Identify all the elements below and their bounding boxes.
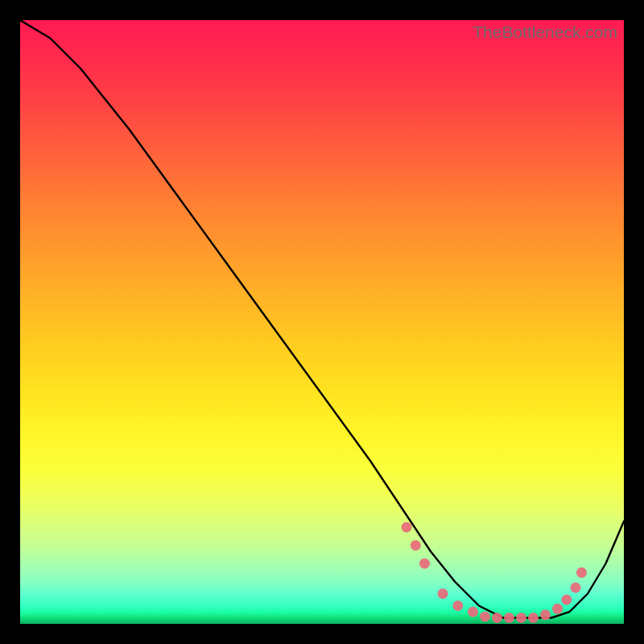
data-point — [452, 601, 463, 611]
watermark-text: TheBottleneck.com — [473, 23, 617, 42]
data-point — [576, 568, 587, 578]
data-point — [561, 595, 572, 605]
data-point — [528, 613, 539, 623]
data-point-markers — [402, 522, 588, 624]
plot-area: TheBottleneck.com — [20, 20, 624, 624]
data-point — [504, 613, 514, 623]
data-point — [571, 583, 581, 593]
data-point — [419, 559, 430, 569]
data-point — [552, 604, 563, 614]
data-point — [480, 612, 490, 622]
data-point — [468, 607, 478, 617]
data-point — [492, 613, 502, 623]
curve-line — [20, 20, 624, 618]
data-point — [540, 609, 551, 620]
data-point — [411, 540, 421, 551]
data-point — [438, 588, 448, 599]
chart-svg — [20, 20, 624, 624]
data-point — [516, 613, 526, 623]
chart-frame: TheBottleneck.com — [0, 0, 644, 644]
data-point — [402, 522, 412, 533]
